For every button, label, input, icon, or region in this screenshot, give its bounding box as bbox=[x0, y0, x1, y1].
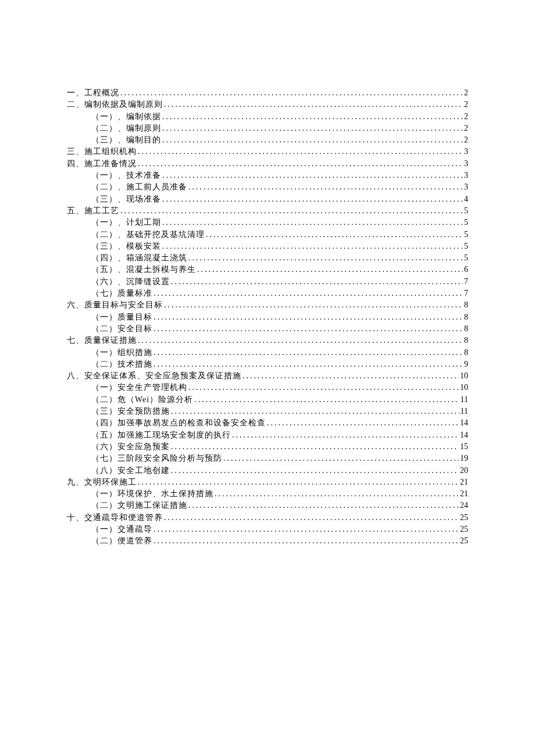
toc-entry-title: （一）安全生产管理机构 bbox=[91, 382, 187, 393]
toc-leader-dots bbox=[138, 146, 463, 157]
toc-entry: （三）、模板安装5 bbox=[67, 241, 468, 252]
toc-leader-dots bbox=[138, 335, 463, 346]
toc-entry: （一）安全生产管理机构10 bbox=[67, 382, 468, 393]
toc-entry-title: （一）、技术准备 bbox=[91, 170, 161, 181]
toc-leader-dots bbox=[171, 441, 459, 453]
toc-entry-title: （四）加强事故易发点的检查和设备安全检查 bbox=[91, 417, 266, 429]
toc-leader-dots bbox=[154, 323, 463, 335]
toc-entry-title: （二）危（Wei）险源分析 bbox=[91, 394, 193, 406]
toc-entry-title: 九、文明环保施工 bbox=[67, 476, 137, 488]
toc-entry-title: （五）、混凝土拆模与养生 bbox=[91, 264, 196, 275]
toc-leader-dots bbox=[154, 311, 463, 323]
toc-entry-page: 25 bbox=[460, 524, 468, 535]
toc-leader-dots bbox=[223, 453, 459, 464]
toc-entry: （一）、计划工期5 bbox=[67, 217, 468, 228]
toc-entry-title: 十、交通疏导和便道管养 bbox=[67, 512, 163, 524]
toc-leader-dots bbox=[162, 170, 463, 181]
toc-leader-dots bbox=[162, 123, 463, 134]
toc-leader-dots bbox=[162, 111, 463, 123]
toc-entry-title: （二）、施工前人员准备 bbox=[91, 181, 187, 193]
toc-leader-dots bbox=[162, 194, 463, 205]
toc-entry-page: 11 bbox=[461, 406, 468, 417]
toc-entry-page: 25 bbox=[460, 535, 468, 547]
toc-entry-page: 5 bbox=[464, 217, 468, 228]
toc-leader-dots bbox=[188, 181, 463, 193]
toc-entry-page: 15 bbox=[460, 441, 468, 453]
toc-entry-title: （一）组织措施 bbox=[91, 347, 152, 359]
toc-leader-dots bbox=[171, 465, 459, 476]
toc-entry: （五）、混凝土拆模与养生6 bbox=[67, 264, 468, 275]
toc-entry: （六）、沉降缝设置7 bbox=[67, 276, 468, 288]
toc-leader-dots bbox=[164, 512, 459, 524]
toc-leader-dots bbox=[162, 241, 463, 252]
toc-entry-title: （二）便道管养 bbox=[91, 535, 152, 547]
toc-entry: 四、施工准备情况3 bbox=[67, 158, 468, 170]
toc-entry: （三）、现场准备4 bbox=[67, 194, 468, 205]
toc-leader-dots bbox=[242, 370, 459, 382]
toc-leader-dots bbox=[138, 158, 463, 170]
toc-entry-page: 10 bbox=[460, 370, 468, 382]
toc-entry-page: 5 bbox=[464, 252, 468, 264]
toc-entry: 十、交通疏导和便道管养25 bbox=[67, 512, 468, 524]
toc-leader-dots bbox=[197, 264, 463, 275]
toc-entry-page: 25 bbox=[460, 512, 468, 524]
toc-entry-page: 3 bbox=[464, 146, 468, 157]
toc-entry-title: （六）安全应急预案 bbox=[91, 441, 170, 453]
toc-entry-page: 3 bbox=[464, 181, 468, 193]
toc-entry-page: 19 bbox=[460, 453, 468, 464]
toc-leader-dots bbox=[120, 87, 463, 99]
toc-leader-dots bbox=[154, 535, 459, 547]
toc-entry-title: （四）、箱涵混凝土浇筑 bbox=[91, 252, 187, 264]
toc-entry-title: （二）、基础开挖及基坑清理 bbox=[91, 229, 205, 241]
toc-leader-dots bbox=[154, 347, 463, 359]
toc-leader-dots bbox=[138, 476, 459, 488]
toc-entry-title: 一、工程概况 bbox=[67, 87, 119, 99]
toc-leader-dots bbox=[154, 359, 463, 370]
toc-entry: 五、施工工艺5 bbox=[67, 205, 468, 217]
toc-entry-title: （三）、现场准备 bbox=[91, 194, 161, 205]
toc-entry: 八、安全保证体系、安全应急预案及保证措施10 bbox=[67, 370, 468, 382]
toc-entry-page: 8 bbox=[464, 299, 468, 311]
toc-entry-page: 11 bbox=[461, 394, 468, 406]
toc-entry: 二、编制依据及编制原则2 bbox=[67, 99, 468, 110]
toc-leader-dots bbox=[164, 299, 463, 311]
toc-entry-title: 七、质量保证措施 bbox=[67, 335, 137, 346]
toc-entry: （八）安全工地创建20 bbox=[67, 465, 468, 476]
toc-entry-title: （五）加强施工现场安全制度的执行 bbox=[91, 429, 231, 441]
table-of-contents: 一、工程概况2二、编制依据及编制原则2（一）、编制依据2（二）、编制原则2（三）… bbox=[67, 87, 468, 547]
toc-leader-dots bbox=[206, 229, 463, 241]
toc-leader-dots bbox=[162, 217, 463, 228]
toc-leader-dots bbox=[188, 252, 463, 264]
toc-entry-page: 9 bbox=[464, 359, 468, 370]
toc-entry-page: 7 bbox=[464, 276, 468, 288]
toc-entry-title: （七）质量标准 bbox=[91, 288, 152, 299]
toc-entry: （二）文明施工保证措施24 bbox=[67, 500, 468, 511]
toc-entry-page: 21 bbox=[460, 488, 468, 500]
toc-leader-dots bbox=[120, 205, 463, 217]
toc-entry-page: 2 bbox=[464, 123, 468, 134]
toc-entry-page: 4 bbox=[464, 194, 468, 205]
toc-entry-title: 五、施工工艺 bbox=[67, 205, 119, 217]
toc-entry-title: （一）、计划工期 bbox=[91, 217, 161, 228]
toc-entry: （四）加强事故易发点的检查和设备安全检查14 bbox=[67, 417, 468, 429]
toc-entry-title: （一）质量目标 bbox=[91, 311, 152, 323]
toc-leader-dots bbox=[215, 488, 459, 500]
toc-entry-title: （六）、沉降缝设置 bbox=[91, 276, 170, 288]
toc-leader-dots bbox=[171, 406, 459, 417]
toc-leader-dots bbox=[154, 524, 459, 535]
toc-entry-page: 14 bbox=[460, 429, 468, 441]
toc-entry-title: （一）交通疏导 bbox=[91, 524, 152, 535]
toc-entry: （一）组织措施8 bbox=[67, 347, 468, 359]
toc-entry-page: 5 bbox=[464, 229, 468, 241]
toc-leader-dots bbox=[188, 500, 459, 511]
toc-leader-dots bbox=[188, 382, 459, 393]
toc-entry-title: （一）环境保护、水土保持措施 bbox=[91, 488, 213, 500]
toc-entry: （二）危（Wei）险源分析11 bbox=[67, 394, 468, 406]
toc-entry-page: 8 bbox=[464, 347, 468, 359]
toc-entry-page: 3 bbox=[464, 158, 468, 170]
toc-entry-page: 5 bbox=[464, 241, 468, 252]
toc-entry: 六、质量目标与安全目标8 bbox=[67, 299, 468, 311]
toc-entry: 三、施工组织机构3 bbox=[67, 146, 468, 157]
toc-entry: 九、文明环保施工21 bbox=[67, 476, 468, 488]
toc-entry-page: 8 bbox=[464, 335, 468, 346]
